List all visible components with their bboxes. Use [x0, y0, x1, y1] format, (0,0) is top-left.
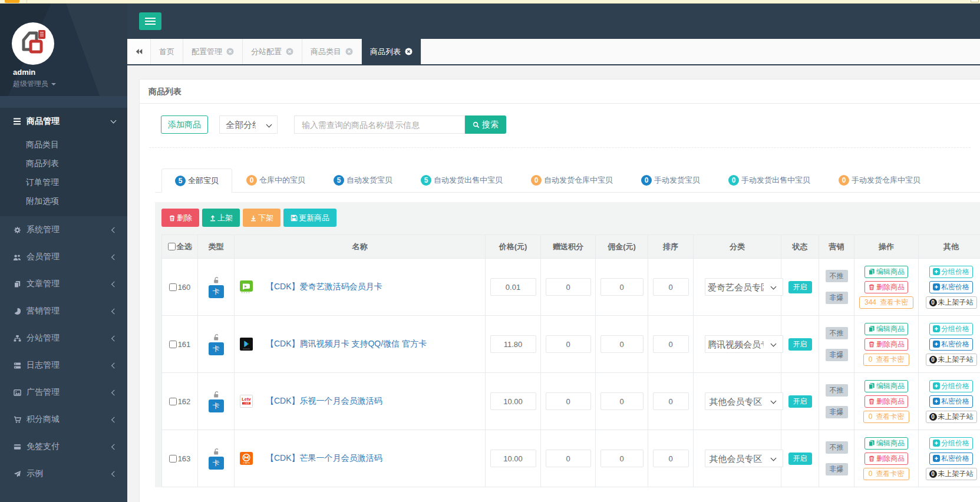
- not-hot-pill[interactable]: 非爆: [826, 349, 848, 361]
- group-price-button[interactable]: 分组价格: [929, 437, 973, 450]
- product-name-link[interactable]: 【CDK】腾讯视频月卡 支持QQ/微信 官方卡: [266, 339, 427, 349]
- substation-button[interactable]: 0 未上架子站: [926, 296, 977, 309]
- status-on-button[interactable]: 开启: [788, 453, 812, 465]
- points-input[interactable]: [546, 335, 591, 353]
- points-input[interactable]: [546, 450, 591, 467]
- not-recommended-pill[interactable]: 不推: [826, 327, 848, 339]
- bulk-delete-button[interactable]: 删除: [161, 209, 199, 227]
- product-name-link[interactable]: 【CDK】爱奇艺激活码会员月卡: [266, 282, 382, 292]
- sidebar-item-product-management[interactable]: 商品管理: [0, 108, 127, 135]
- commission-input[interactable]: [600, 335, 644, 353]
- sidebar-item-log-management[interactable]: 日志管理: [0, 352, 127, 379]
- sort-input[interactable]: [653, 392, 689, 410]
- private-price-button[interactable]: 私密价格: [929, 395, 973, 408]
- row-checkbox[interactable]: [169, 341, 177, 348]
- private-price-button[interactable]: 私密价格: [929, 338, 973, 351]
- status-tab-manual-delivery[interactable]: 0 手动发货宝贝: [627, 168, 714, 192]
- bulk-update-button[interactable]: 更新商品: [283, 209, 336, 227]
- add-product-button[interactable]: 添加商品: [161, 115, 208, 134]
- edit-product-button[interactable]: 编辑商品: [864, 437, 908, 450]
- sidebar-item-product-category[interactable]: 商品类目: [0, 135, 127, 154]
- view-cards-button[interactable]: 344查看卡密: [859, 296, 913, 309]
- category-select[interactable]: 其他会员专区: [705, 450, 783, 467]
- category-select[interactable]: 腾讯视频会员专区: [705, 335, 783, 353]
- product-name-link[interactable]: 【CDK】芒果一个月会员激活码: [266, 453, 382, 464]
- commission-input[interactable]: [600, 392, 644, 410]
- close-icon[interactable]: [226, 48, 234, 55]
- row-checkbox[interactable]: [169, 283, 177, 291]
- group-filter-select[interactable]: 全部分组: [219, 115, 278, 134]
- status-tab-auto-stocked[interactable]: 0 自动发货仓库中宝贝: [517, 168, 627, 192]
- status-tab-manual-stocked[interactable]: 0 手动发货仓库中宝贝: [824, 168, 935, 192]
- user-role[interactable]: 超级管理员: [13, 79, 56, 89]
- sidebar-item-order-management[interactable]: 订单管理: [0, 173, 127, 191]
- delete-product-button[interactable]: 删除商品: [864, 395, 908, 408]
- commission-input[interactable]: [600, 450, 644, 467]
- avatar[interactable]: [12, 22, 54, 65]
- status-on-button[interactable]: 开启: [788, 395, 812, 408]
- search-input[interactable]: [294, 115, 465, 134]
- status-tab-auto-delivery[interactable]: 5 自动发货宝贝: [319, 168, 407, 192]
- tab-substation-config[interactable]: 分站配置: [243, 39, 302, 64]
- sort-input[interactable]: [653, 278, 689, 296]
- bulk-off-shelf-button[interactable]: 下架: [243, 209, 281, 227]
- delete-product-button[interactable]: 删除商品: [864, 281, 908, 293]
- select-all-checkbox[interactable]: [168, 243, 176, 250]
- product-name-link[interactable]: 【CDK】乐视一个月会员激活码: [266, 396, 382, 407]
- view-cards-button[interactable]: 0查看卡密: [863, 411, 910, 423]
- substation-button[interactable]: 0 未上架子站: [926, 411, 977, 423]
- sidebar-item-points-mall[interactable]: 积分商城: [0, 406, 127, 433]
- category-select[interactable]: 爱奇艺会员专区: [705, 278, 783, 296]
- card-type-badge[interactable]: 卡: [209, 342, 224, 355]
- private-price-button[interactable]: 私密价格: [929, 453, 973, 465]
- status-on-button[interactable]: 开启: [788, 281, 812, 293]
- close-icon[interactable]: [405, 48, 413, 55]
- sidebar-item-no-sign-payment[interactable]: 免签支付: [0, 433, 127, 460]
- substation-button[interactable]: 0 未上架子站: [926, 468, 977, 480]
- not-recommended-pill[interactable]: 不推: [826, 270, 848, 282]
- card-type-badge[interactable]: 卡: [209, 457, 224, 470]
- tab-home[interactable]: 首页: [151, 39, 183, 64]
- status-on-button[interactable]: 开启: [788, 338, 812, 351]
- not-hot-pill[interactable]: 非爆: [826, 292, 848, 304]
- bulk-on-shelf-button[interactable]: 上架: [202, 209, 240, 227]
- edit-product-button[interactable]: 编辑商品: [864, 323, 908, 335]
- sidebar-item-substation-management[interactable]: 分站管理: [0, 325, 127, 352]
- price-input[interactable]: [490, 278, 536, 296]
- tab-config-management[interactable]: 配置管理: [183, 39, 243, 64]
- commission-input[interactable]: [600, 278, 644, 296]
- sidebar-toggle-button[interactable]: [139, 12, 161, 30]
- status-tab-in-stock[interactable]: 0 仓库中的宝贝: [232, 168, 319, 192]
- close-icon[interactable]: [286, 48, 293, 55]
- delete-product-button[interactable]: 删除商品: [864, 453, 908, 465]
- delete-product-button[interactable]: 删除商品: [864, 338, 908, 351]
- sort-input[interactable]: [653, 335, 689, 353]
- price-input[interactable]: [490, 450, 536, 467]
- search-button[interactable]: 搜索: [465, 115, 506, 134]
- not-recommended-pill[interactable]: 不推: [826, 384, 848, 397]
- sidebar-item-example[interactable]: 示例: [0, 460, 127, 487]
- sidebar-item-system-management[interactable]: 系统管理: [0, 216, 127, 243]
- sidebar-item-member-management[interactable]: 会员管理: [0, 243, 127, 270]
- tabs-collapse-button[interactable]: [127, 39, 151, 64]
- not-recommended-pill[interactable]: 不推: [826, 441, 848, 454]
- close-icon[interactable]: [345, 48, 353, 55]
- substation-button[interactable]: 0 未上架子站: [926, 354, 977, 366]
- sort-input[interactable]: [653, 450, 689, 467]
- user-name[interactable]: admin: [13, 68, 35, 77]
- status-tab-all[interactable]: 5 全部宝贝: [161, 169, 232, 193]
- edit-product-button[interactable]: 编辑商品: [864, 380, 908, 392]
- card-type-badge[interactable]: 卡: [209, 285, 224, 298]
- status-tab-manual-selling[interactable]: 0 手动发货出售中宝贝: [714, 168, 824, 192]
- group-price-button[interactable]: 分组价格: [929, 266, 973, 278]
- tab-product-list[interactable]: 商品列表: [362, 39, 421, 64]
- points-input[interactable]: [546, 392, 591, 410]
- sidebar-item-ad-management[interactable]: 广告管理: [0, 379, 127, 406]
- sidebar-item-marketing-management[interactable]: 营销管理: [0, 298, 127, 325]
- edit-product-button[interactable]: 编辑商品: [864, 266, 908, 278]
- category-select[interactable]: 其他会员专区: [705, 392, 783, 410]
- sidebar-item-article-management[interactable]: 文章管理: [0, 270, 127, 298]
- sidebar-item-product-list[interactable]: 商品列表: [0, 154, 127, 173]
- view-cards-button[interactable]: 0查看卡密: [863, 468, 910, 480]
- points-input[interactable]: [546, 278, 591, 296]
